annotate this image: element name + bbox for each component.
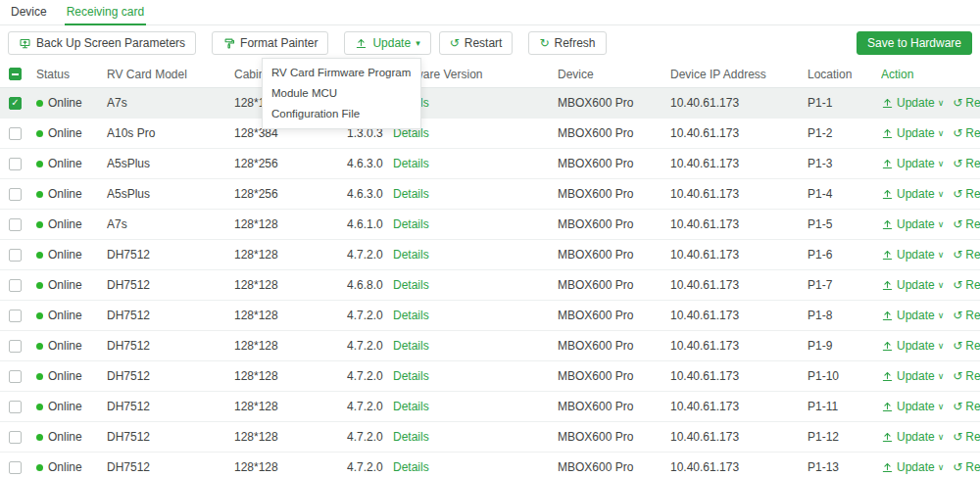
row-update-button[interactable]: Update ∨ (881, 339, 944, 353)
location: P1-10 (808, 369, 881, 383)
row-update-button[interactable]: Update ∨ (881, 460, 944, 474)
backup-label: Back Up Screen Parameters (36, 36, 185, 50)
chevron-down-icon: ∨ (938, 403, 945, 411)
row-update-button[interactable]: Update ∨ (881, 309, 944, 322)
details-link[interactable]: Details (393, 157, 429, 170)
menu-item-rv-card-firmware-program[interactable]: RV Card Firmware Program (263, 63, 420, 83)
row-checkbox[interactable]: ✓ (9, 461, 22, 474)
table-row: ✓ Online DH7512 128*128 4.6.8.0 Details … (0, 270, 980, 301)
details-link[interactable]: Details (393, 278, 429, 292)
online-status-dot (36, 161, 43, 167)
upload-icon (881, 370, 894, 383)
format-painter-icon (222, 37, 235, 50)
online-status-dot (36, 191, 43, 198)
rv-card-model: DH7512 (107, 460, 234, 474)
details-link[interactable]: Details (393, 430, 429, 444)
row-restart-button[interactable]: ↺ Restart (953, 339, 980, 353)
row-restart-button[interactable]: ↺ Restart (953, 278, 980, 292)
row-checkbox[interactable]: ✓ (9, 279, 22, 292)
restart-button[interactable]: ↺ Restart (439, 31, 514, 55)
backup-screen-parameters-button[interactable]: Back Up Screen Parameters (8, 31, 196, 55)
row-restart-button[interactable]: ↺ Restart (953, 248, 980, 262)
row-restart-label: Restart (965, 96, 980, 110)
row-update-button[interactable]: Update ∨ (881, 248, 944, 262)
online-status-dot (36, 100, 43, 107)
upload-icon (881, 461, 894, 474)
row-restart-button[interactable]: ↺ Restart (953, 126, 980, 140)
cabinet-resolution: 128*128 (234, 339, 347, 353)
row-checkbox[interactable]: ✓ (9, 158, 22, 170)
details-link[interactable]: Details (393, 248, 429, 262)
row-checkbox[interactable]: ✓ (9, 249, 22, 262)
location: P1-6 (808, 248, 881, 262)
row-restart-button[interactable]: ↺ Restart (953, 309, 980, 322)
row-update-button[interactable]: Update ∨ (881, 217, 944, 231)
table-row: ✓ Online DH7512 128*128 4.7.2.0 Details … (0, 240, 980, 270)
row-checkbox[interactable]: ✓ (9, 97, 22, 110)
tab-receiving-card[interactable]: Receiving card (65, 1, 146, 24)
row-update-button[interactable]: Update ∨ (881, 430, 944, 444)
row-restart-button[interactable]: ↺ Restart (953, 187, 980, 201)
row-restart-button[interactable]: ↺ Restart (953, 369, 980, 383)
row-restart-button[interactable]: ↺ Restart (953, 430, 980, 444)
online-status-dot (36, 312, 43, 319)
row-checkbox[interactable]: ✓ (9, 188, 22, 201)
row-update-button[interactable]: Update ∨ (881, 400, 944, 413)
rv-card-model: A5sPlus (107, 157, 234, 170)
row-checkbox[interactable]: ✓ (9, 370, 22, 383)
rv-card-model: DH7512 (107, 309, 234, 322)
update-dropdown-button[interactable]: Update ▾ (344, 31, 430, 55)
upload-icon (881, 127, 894, 140)
table-row: ✓ Online DH7512 128*128 4.7.2.0 Details … (0, 453, 980, 477)
row-checkbox[interactable]: ✓ (9, 401, 22, 413)
firmware-version: 4.7.2.0 (347, 400, 393, 413)
location: P1-11 (808, 400, 881, 413)
row-checkbox[interactable]: ✓ (9, 340, 22, 353)
row-update-button[interactable]: Update ∨ (881, 187, 944, 201)
details-link[interactable]: Details (393, 400, 429, 413)
row-checkbox[interactable]: ✓ (9, 310, 22, 322)
menu-item-module-mcu[interactable]: Module MCU (263, 83, 420, 104)
details-link[interactable]: Details (393, 217, 429, 231)
upload-icon (881, 97, 894, 110)
device-name: MBOX600 Pro (558, 157, 670, 170)
caret-down-icon: ▾ (416, 39, 420, 48)
details-link[interactable]: Details (393, 369, 429, 383)
details-link[interactable]: Details (393, 339, 429, 353)
row-restart-button[interactable]: ↺ Restart (953, 96, 980, 110)
row-update-button[interactable]: Update ∨ (881, 157, 944, 170)
firmware-version: 4.7.2.0 (347, 430, 393, 444)
table-header: Status RV Card Model Cabinet Resolution … (0, 61, 980, 88)
tab-device[interactable]: Device (9, 1, 49, 24)
format-painter-button[interactable]: Format Painter (212, 31, 328, 55)
details-link[interactable]: Details (393, 309, 429, 322)
details-link[interactable]: Details (393, 187, 429, 201)
select-all-checkbox[interactable] (9, 68, 22, 80)
save-to-hardware-button[interactable]: Save to Hardware (857, 31, 972, 55)
restart-icon: ↺ (450, 37, 460, 49)
menu-item-configuration-file[interactable]: Configuration File (263, 104, 420, 124)
row-checkbox[interactable]: ✓ (9, 127, 22, 140)
row-update-button[interactable]: Update ∨ (881, 278, 944, 292)
refresh-icon: ↻ (539, 37, 549, 49)
online-status-dot (36, 130, 43, 137)
device-ip-address: 10.40.61.173 (670, 126, 808, 140)
refresh-button[interactable]: ↻ Refresh (528, 31, 606, 55)
row-restart-button[interactable]: ↺ Restart (953, 157, 980, 170)
chevron-down-icon: ∨ (938, 190, 945, 199)
chevron-down-icon: ∨ (938, 160, 945, 168)
row-update-label: Update (897, 278, 935, 292)
row-update-button[interactable]: Update ∨ (881, 126, 944, 140)
row-restart-button[interactable]: ↺ Restart (953, 460, 980, 474)
online-status-dot (36, 252, 43, 259)
row-update-button[interactable]: Update ∨ (881, 96, 944, 110)
row-checkbox[interactable]: ✓ (9, 218, 22, 231)
chevron-down-icon: ∨ (938, 220, 945, 229)
row-restart-button[interactable]: ↺ Restart (953, 217, 980, 231)
location: P1-5 (808, 217, 881, 231)
row-update-button[interactable]: Update ∨ (881, 369, 944, 383)
row-checkbox[interactable]: ✓ (9, 431, 22, 444)
details-link[interactable]: Details (393, 460, 429, 474)
firmware-version: 4.7.2.0 (347, 339, 393, 353)
row-restart-button[interactable]: ↺ Restart (953, 400, 980, 413)
